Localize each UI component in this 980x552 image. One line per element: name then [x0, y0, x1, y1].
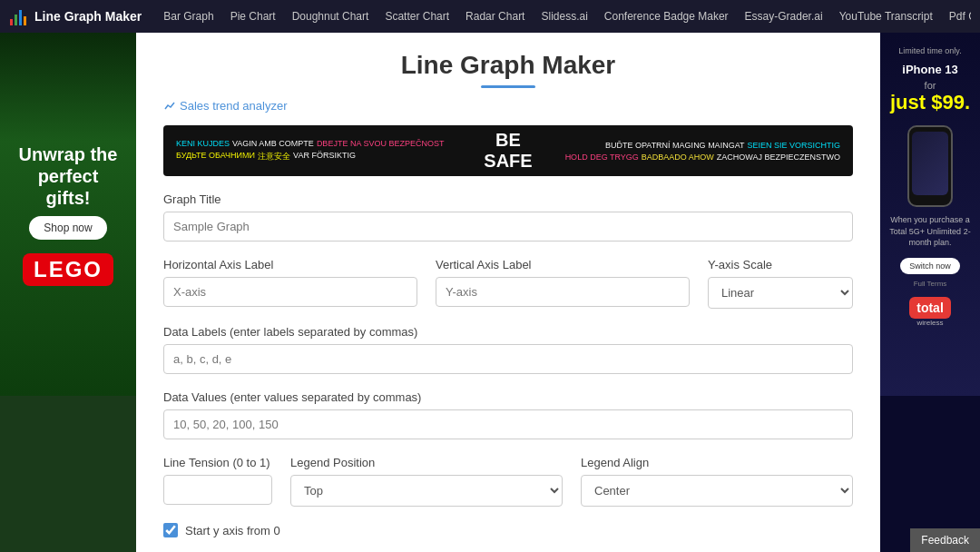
nav-essay-grader[interactable]: Essay-Grader.ai	[738, 6, 830, 26]
line-tension-group: Line Tension (0 to 1) 0	[163, 456, 272, 505]
legend-position-group: Legend Position Top Bottom Left Right	[290, 456, 563, 507]
left-ad-shop-button[interactable]: Shop now	[29, 216, 106, 240]
y-scale-group: Y-axis Scale Linear Logarithmic	[708, 258, 853, 309]
data-labels-label: Data Labels (enter labels separated by c…	[163, 325, 853, 339]
iphone-shape	[907, 125, 953, 207]
ad-multilang-right: BUĎTE OPATRNÍ MAGING MAINGAT SEIEN SIE V…	[542, 141, 840, 162]
data-values-input[interactable]	[163, 409, 853, 439]
sales-link-label: Sales trend analyzer	[180, 99, 288, 113]
page-title-underline	[481, 85, 535, 88]
right-ad-desc: When you purchase a Total 5G+ Unlimited …	[887, 214, 973, 249]
left-ad: Unwrap the perfect gifts! Shop now LEGO	[0, 33, 136, 552]
line-tension-input[interactable]: 0	[163, 475, 272, 505]
legend-position-label: Legend Position	[290, 456, 563, 469]
start-y-row: Start y axis from 0	[163, 523, 853, 537]
center-content: Line Graph Maker Sales trend analyzer KE…	[136, 33, 880, 552]
y-scale-select[interactable]: Linear Logarithmic	[708, 277, 853, 309]
y-scale-label: Y-axis Scale	[708, 258, 853, 271]
right-ad-terms: Full Terms	[914, 280, 947, 288]
axis-row: Horizontal Axis Label Vertical Axis Labe…	[163, 258, 853, 309]
chart-icon	[163, 100, 176, 113]
nav-doughnut-chart[interactable]: Doughnut Chart	[285, 6, 377, 26]
line-tension-label: Line Tension (0 to 1)	[163, 456, 272, 469]
start-y-label: Start y axis from 0	[185, 524, 280, 537]
navbar: Line Graph Maker Bar Graph Pie Chart Dou…	[0, 0, 980, 33]
vertical-axis-group: Vertical Axis Label	[436, 258, 690, 309]
nav-links: Bar Graph Pie Chart Doughnut Chart Scatt…	[156, 6, 971, 26]
brand-icon	[9, 6, 29, 26]
ad-multilang-left: KENI KUJDES VAGIN AMB COMPTE DBEJTE NA S…	[176, 139, 475, 163]
vertical-axis-input[interactable]	[436, 277, 690, 307]
svg-rect-0	[10, 19, 13, 25]
horizontal-axis-input[interactable]	[163, 277, 417, 307]
nav-slidess[interactable]: Slidess.ai	[534, 6, 594, 26]
svg-rect-1	[15, 15, 17, 25]
nav-scatter-chart[interactable]: Scatter Chart	[377, 6, 456, 26]
vertical-axis-label: Vertical Axis Label	[436, 258, 690, 271]
nav-pdf-chat[interactable]: Pdf Chat	[942, 6, 971, 26]
graph-title-input[interactable]	[163, 212, 853, 242]
graph-title-label: Graph Title	[163, 192, 853, 206]
right-ad-tag: Limited time only.	[898, 46, 961, 55]
horizontal-axis-group: Horizontal Axis Label	[163, 258, 417, 309]
svg-rect-3	[24, 16, 26, 25]
svg-rect-2	[19, 10, 22, 25]
start-y-checkbox[interactable]	[163, 523, 178, 537]
data-values-label: Data Values (enter values separated by c…	[163, 390, 853, 404]
horizontal-axis-label: Horizontal Axis Label	[163, 258, 417, 271]
nav-bar-graph[interactable]: Bar Graph	[156, 6, 220, 26]
right-ad-product: iPhone 13	[902, 63, 957, 76]
legend-align-group: Legend Align Center Start End	[581, 456, 853, 507]
brand[interactable]: Line Graph Maker	[9, 6, 142, 26]
feedback-button[interactable]: Feedback	[910, 528, 980, 552]
data-values-group: Data Values (enter values separated by c…	[163, 390, 853, 439]
legend-align-select[interactable]: Center Start End	[581, 475, 853, 507]
ad-be-safe: BE SAFE	[475, 130, 541, 172]
right-ad-brand-sub: wireless	[917, 319, 944, 327]
graph-title-group: Graph Title	[163, 192, 853, 242]
left-ad-inner: Unwrap the perfect gifts! Shop now LEGO	[0, 33, 136, 396]
nav-conference-badge[interactable]: Conference Badge Maker	[597, 6, 736, 26]
left-ad-headline: Unwrap the perfect gifts!	[14, 143, 122, 209]
legend-position-select[interactable]: Top Bottom Left Right	[290, 475, 563, 507]
bottom-row: Line Tension (0 to 1) 0 Legend Position …	[163, 456, 853, 507]
left-ad-brand: LEGO	[23, 253, 113, 286]
sales-trend-link[interactable]: Sales trend analyzer	[163, 99, 288, 113]
legend-align-label: Legend Align	[581, 456, 853, 469]
center-ad-banner: KENI KUJDES VAGIN AMB COMPTE DBEJTE NA S…	[163, 125, 853, 176]
page-title: Line Graph Maker	[163, 51, 853, 80]
brand-label: Line Graph Maker	[34, 9, 142, 24]
main-layout: Unwrap the perfect gifts! Shop now LEGO …	[0, 33, 980, 552]
right-ad-brand: total	[909, 297, 951, 319]
right-ad-switch-button[interactable]: Switch now	[900, 258, 960, 274]
nav-pie-chart[interactable]: Pie Chart	[223, 6, 283, 26]
right-ad-inner: Limited time only. iPhone 13 for just $9…	[880, 33, 980, 396]
right-ad-for: for	[925, 80, 936, 91]
right-ad: Limited time only. iPhone 13 for just $9…	[880, 33, 980, 552]
nav-radar-chart[interactable]: Radar Chart	[458, 6, 532, 26]
iphone-screen	[912, 132, 948, 195]
nav-youtube-transcript[interactable]: YouTube Transcript	[832, 6, 940, 26]
right-ad-price: just $99.	[890, 91, 970, 114]
data-labels-group: Data Labels (enter labels separated by c…	[163, 325, 853, 374]
data-labels-input[interactable]	[163, 344, 853, 374]
